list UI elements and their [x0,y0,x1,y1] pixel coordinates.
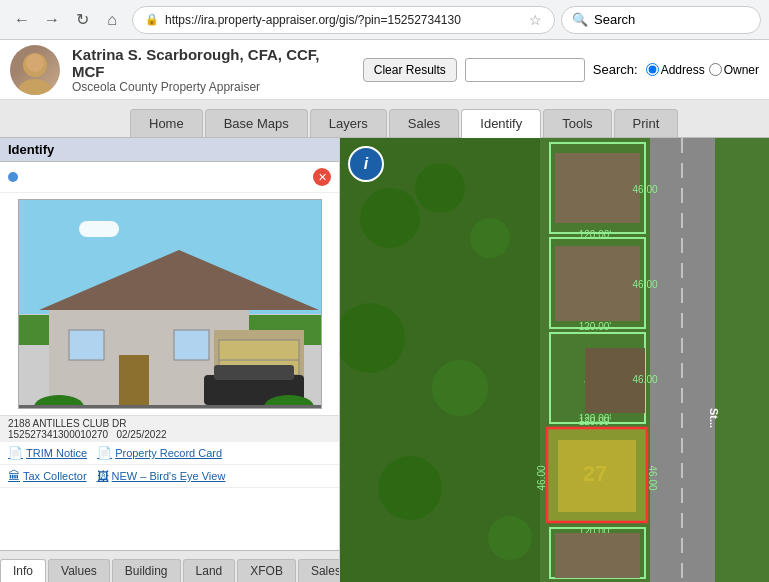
svg-rect-31 [555,246,640,321]
tab-home[interactable]: Home [130,109,203,137]
svg-rect-48 [555,533,640,578]
svg-point-50 [360,188,420,248]
url-text: https://ira.property-appraiser.org/gis/?… [165,13,523,27]
svg-point-1 [19,79,51,95]
tab-land[interactable]: Land [183,559,236,582]
trim-icon: 📄 [8,446,23,460]
info-button[interactable]: i [348,146,384,182]
info-icon: i [364,155,368,173]
links-row-2: 🏛 Tax Collector 🖼 NEW – Bird's Eye View [0,465,339,488]
app-header: Katrina S. Scarborough, CFA, CCF, MCF Os… [0,40,769,100]
svg-text:120.00': 120.00' [579,413,612,424]
svg-rect-7 [119,355,149,408]
house-scene [19,200,321,408]
svg-point-56 [488,516,532,560]
svg-text:46.00: 46.00 [536,465,547,490]
avatar-image [10,45,60,95]
owner-radio[interactable] [709,63,722,76]
links-row: 📄 TRIM Notice 📄 Property Record Card [0,442,339,465]
tab-tools[interactable]: Tools [543,109,611,137]
tab-building[interactable]: Building [112,559,181,582]
birds-eye-link[interactable]: 🖼 NEW – Bird's Eye View [97,469,226,483]
tab-sales-bottom[interactable]: Sales [298,559,340,582]
property-image [18,199,322,409]
svg-text:46.00: 46.00 [632,374,657,385]
birds-eye-icon: 🖼 [97,469,109,483]
svg-marker-6 [39,250,319,310]
map-area[interactable]: i 30 120.00' 46.00 29 120.00' [340,138,769,582]
svg-point-55 [378,456,442,520]
owner-radio-label[interactable]: Owner [709,63,759,77]
header-right: Clear Results Search: Address Owner [363,58,759,82]
forward-button[interactable]: → [38,6,66,34]
trim-notice-link[interactable]: 📄 TRIM Notice [8,446,87,460]
tab-xfob[interactable]: XFOB [237,559,296,582]
avatar [10,45,60,95]
svg-text:120.00': 120.00' [579,321,612,332]
browser-search-box[interactable]: 🔍 Search [561,6,761,34]
header-name: Katrina S. Scarborough, CFA, CCF, MCF [72,46,351,80]
left-panel: Identify ✕ [0,138,340,582]
tax-icon: 🏛 [8,469,20,483]
bottom-tabs: Info Values Building Land XFOB Sales [0,550,339,582]
tab-print[interactable]: Print [614,109,679,137]
tax-collector-link[interactable]: 🏛 Tax Collector [8,469,87,483]
bookmark-icon[interactable]: ☆ [529,12,542,28]
dot-indicator [8,172,18,182]
svg-rect-26 [555,153,640,223]
svg-text:St...: St... [708,408,720,428]
tab-info[interactable]: Info [0,559,46,582]
svg-rect-45 [558,440,636,512]
refresh-button[interactable]: ↻ [68,6,96,34]
address-bar[interactable]: 🔒 https://ira.property-appraiser.org/gis… [132,6,555,34]
search-input[interactable] [465,58,585,82]
tab-sales[interactable]: Sales [389,109,460,137]
identify-header: Identify [0,138,339,162]
browser-nav: ← → ↻ ⌂ [8,6,126,34]
svg-point-54 [432,360,488,416]
browser-bar: ← → ↻ ⌂ 🔒 https://ira.property-appraiser… [0,0,769,40]
home-button[interactable]: ⌂ [98,6,126,34]
tab-layers[interactable]: Layers [310,109,387,137]
svg-point-52 [470,218,510,258]
svg-rect-18 [19,405,321,408]
back-button[interactable]: ← [8,6,36,34]
tab-identify[interactable]: Identify [461,109,541,138]
record-icon: 📄 [97,446,112,460]
map-svg: 30 120.00' 46.00 29 120.00' 46.00 28 120… [340,138,769,582]
svg-point-2 [26,54,44,72]
house-svg [19,200,321,408]
close-button[interactable]: ✕ [313,168,331,186]
svg-text:46.00: 46.00 [632,184,657,195]
svg-rect-15 [214,365,294,380]
header-subtitle: Osceola County Property Appraiser [72,80,351,94]
svg-rect-9 [174,330,209,360]
svg-text:46.00: 46.00 [632,279,657,290]
lock-icon: 🔒 [145,13,159,26]
search-type-radio: Address Owner [646,63,759,77]
svg-text:46.00: 46.00 [647,465,658,490]
search-placeholder: Search [594,12,635,27]
property-record-link[interactable]: 📄 Property Record Card [97,446,222,460]
nav-tabs: Home Base Maps Layers Sales Identify Too… [0,100,769,138]
image-caption: 2188 ANTILLES CLUB DR 152527341300010270… [0,415,339,442]
svg-rect-8 [69,330,104,360]
tab-base-maps[interactable]: Base Maps [205,109,308,137]
search-icon: 🔍 [572,12,588,27]
search-label: Search: [593,62,638,77]
tab-values[interactable]: Values [48,559,110,582]
main-area: Identify ✕ [0,138,769,582]
header-info: Katrina S. Scarborough, CFA, CCF, MCF Os… [72,46,351,94]
svg-point-51 [415,163,465,213]
identify-row: ✕ [0,162,339,193]
address-radio[interactable] [646,63,659,76]
address-radio-label[interactable]: Address [646,63,705,77]
clear-results-button[interactable]: Clear Results [363,58,457,82]
